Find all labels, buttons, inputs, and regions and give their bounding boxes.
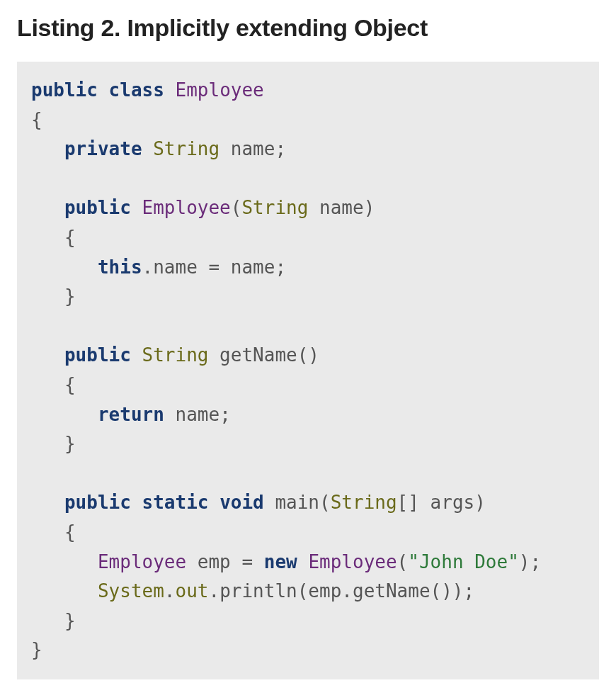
- code-token-op: {: [64, 521, 76, 543]
- code-token-kw: class: [109, 79, 164, 101]
- code-token-op: );: [519, 551, 541, 572]
- code-token-type: out: [176, 580, 209, 602]
- code-token-op: }: [64, 286, 76, 307]
- code-token-op: {: [64, 227, 76, 248]
- code-token-cls: Employee: [308, 551, 397, 572]
- code-token-kw: static: [142, 492, 209, 513]
- code-token-type: String: [331, 492, 397, 513]
- code-token-op: =: [208, 256, 219, 278]
- code-token-op: (: [397, 551, 409, 572]
- code-token-op: }: [64, 610, 76, 631]
- code-token-type: System: [98, 580, 164, 602]
- code-token-op: ());: [430, 580, 475, 602]
- code-token-kw: new: [264, 551, 297, 572]
- code-token-type: String: [142, 344, 209, 366]
- code-token-cls: Employee: [98, 551, 186, 572]
- code-token-op: {: [31, 109, 42, 130]
- code-token-op: .: [208, 580, 219, 602]
- code-token-op: .: [341, 580, 353, 602]
- code-token-op: }: [31, 639, 42, 660]
- code-token-op: ): [364, 197, 375, 218]
- listing-title: Listing 2. Implicitly extending Object: [17, 14, 599, 42]
- code-token-op: (): [297, 344, 319, 366]
- code-token-op: (: [319, 492, 331, 513]
- code-token-op: {: [64, 374, 76, 395]
- code-token-op: ;: [275, 138, 286, 159]
- code-token-op: .: [142, 256, 154, 278]
- code-token-cls: Employee: [176, 79, 264, 101]
- code-token-op: ): [474, 492, 486, 513]
- code-token-kw: public: [31, 79, 98, 101]
- code-token-str: "John Doe": [408, 551, 519, 572]
- code-token-type: String: [241, 197, 308, 218]
- code-token-kw: this: [98, 256, 142, 278]
- code-token-op: (: [231, 197, 242, 218]
- code-token-kw: private: [64, 138, 142, 159]
- code-token-op: .: [164, 580, 176, 602]
- code-token-op: }: [64, 433, 76, 454]
- code-block: public class Employee { private String n…: [17, 62, 599, 679]
- code-token-type: String: [153, 138, 219, 159]
- code-token-op: =: [241, 551, 253, 572]
- code-token-kw: return: [98, 404, 164, 425]
- code-token-kw: public: [64, 344, 131, 366]
- code-token-cls: Employee: [142, 197, 231, 218]
- code-token-op: []: [397, 492, 419, 513]
- code-token-op: (: [297, 580, 309, 602]
- code-token-kw: void: [219, 492, 264, 513]
- code-token-kw: public: [64, 197, 131, 218]
- code-token-kw: public: [64, 492, 131, 513]
- code-token-op: ;: [219, 404, 231, 425]
- page: Listing 2. Implicitly extending Object p…: [0, 0, 616, 700]
- code-token-op: ;: [275, 256, 286, 278]
